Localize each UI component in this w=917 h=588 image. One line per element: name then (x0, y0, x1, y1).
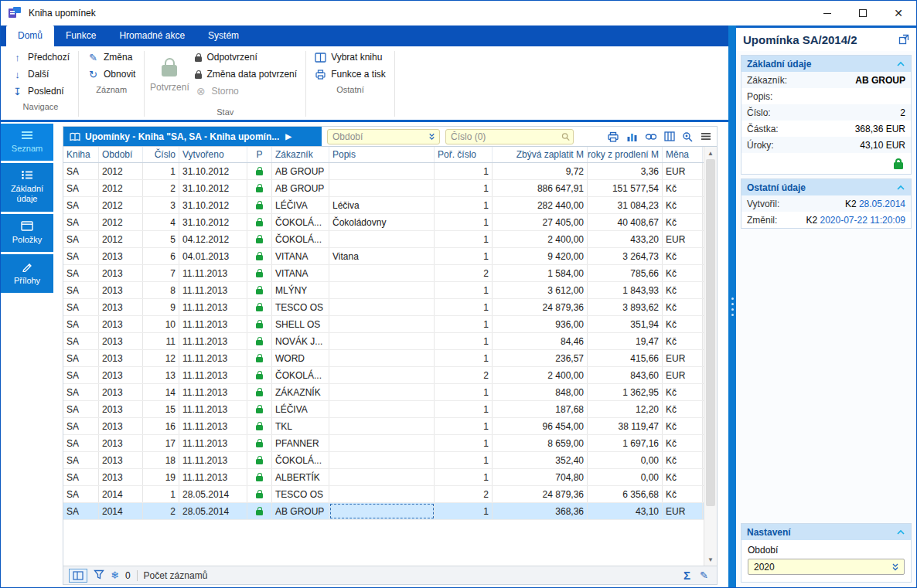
table-cell[interactable]: 2013 (99, 265, 143, 281)
table-cell[interactable]: 704,80 (493, 469, 588, 485)
table-cell[interactable]: SA (63, 248, 99, 264)
close-button[interactable]: ✕ (881, 1, 916, 25)
table-cell[interactable]: 11.11.2013 (179, 299, 247, 315)
table-cell[interactable] (247, 350, 272, 366)
table-cell[interactable]: WORD (272, 350, 329, 366)
table-cell[interactable]: Kč (663, 299, 703, 315)
table-cell[interactable]: 18 (143, 452, 179, 468)
column-header[interactable]: Číslo (143, 147, 179, 162)
table-cell[interactable] (329, 469, 435, 485)
table-cell[interactable]: SA (63, 180, 99, 196)
table-cell[interactable]: 1 (435, 503, 493, 519)
table-cell[interactable] (329, 418, 435, 434)
table-row[interactable]: SA2013604.01.2013VITANAVitana19 420,003 … (63, 248, 717, 265)
table-cell[interactable]: 11.11.2013 (179, 435, 247, 451)
table-cell[interactable] (247, 333, 272, 349)
table-cell[interactable]: Kč (663, 180, 703, 196)
table-cell[interactable]: 12 (143, 350, 179, 366)
scroll-track[interactable] (704, 159, 717, 553)
table-cell[interactable]: 1 843,93 (588, 282, 663, 298)
table-cell[interactable] (329, 163, 435, 179)
sum-icon[interactable]: Σ (683, 569, 690, 582)
chevron-up-icon[interactable] (896, 529, 905, 535)
column-header[interactable]: Popis (329, 147, 435, 162)
table-cell[interactable]: Kč (663, 265, 703, 281)
table-cell[interactable]: Kč (663, 333, 703, 349)
table-cell[interactable]: 1 (435, 299, 493, 315)
table-cell[interactable]: 1 (435, 384, 493, 400)
table-cell[interactable] (247, 265, 272, 281)
table-cell[interactable]: 2 (143, 503, 179, 519)
table-cell[interactable] (247, 316, 272, 332)
table-cell[interactable]: 9,72 (493, 163, 588, 179)
table-cell[interactable]: 27 405,00 (493, 214, 588, 230)
table-cell[interactable]: 433,20 (588, 231, 663, 247)
table-row[interactable]: SA20131511.11.2013LÉČIVA1187,6812,20Kč (63, 401, 717, 418)
table-cell[interactable]: 24 879,36 (493, 299, 588, 315)
table-cell[interactable]: 8 659,00 (493, 435, 588, 451)
table-cell[interactable] (247, 435, 272, 451)
table-cell[interactable] (329, 282, 435, 298)
table-row[interactable]: SA2014228.05.2014AB GROUP1368,3643,10EUR (63, 503, 717, 520)
table-cell[interactable] (247, 163, 272, 179)
table-cell[interactable]: 2012 (99, 180, 143, 196)
change-confirm-date-button[interactable]: Změna data potvrzení (190, 66, 302, 83)
table-row[interactable]: SA2012431.10.2012ČOKOLÁ...Čokoládovny127… (63, 214, 717, 231)
search-icon[interactable] (561, 132, 570, 141)
scroll-thumb[interactable] (706, 159, 715, 506)
table-cell[interactable]: 04.01.2013 (179, 248, 247, 264)
table-cell[interactable] (329, 180, 435, 196)
table-cell[interactable]: Kč (663, 452, 703, 468)
table-cell[interactable] (329, 316, 435, 332)
table-cell[interactable]: 282 440,00 (493, 197, 588, 213)
table-cell[interactable]: 2012 (99, 163, 143, 179)
section-header-zakladni[interactable]: Základní údaje (741, 56, 911, 72)
sidebar-item-seznam[interactable]: Seznam (1, 124, 53, 161)
table-row[interactable]: SA20131711.11.2013PFANNER18 659,001 697,… (63, 435, 717, 452)
table-cell[interactable]: 1 584,00 (493, 265, 588, 281)
table-cell[interactable]: 848,00 (493, 384, 588, 400)
section-header-nastaveni[interactable]: Nastavení (741, 524, 911, 540)
table-cell[interactable]: ČOKOLÁ... (272, 452, 329, 468)
table-cell[interactable]: Kč (663, 401, 703, 417)
table-cell[interactable]: SHELL OS (272, 316, 329, 332)
table-cell[interactable] (247, 248, 272, 264)
table-cell[interactable]: SA (63, 384, 99, 400)
table-cell[interactable]: Kč (663, 469, 703, 485)
table-cell[interactable]: 2013 (99, 350, 143, 366)
scroll-up-icon[interactable]: ▲ (704, 147, 717, 159)
table-cell[interactable]: 352,40 (493, 452, 588, 468)
table-cell[interactable]: 96 454,00 (493, 418, 588, 434)
table-cell[interactable]: 2013 (99, 316, 143, 332)
table-cell[interactable]: AB GROUP (272, 163, 329, 179)
table-cell[interactable]: EUR (663, 367, 703, 383)
table-row[interactable]: SA2012504.12.2012ČOKOLÁ...12 400,00433,2… (63, 231, 717, 248)
table-cell[interactable]: 1 (143, 163, 179, 179)
table-cell[interactable]: 31.10.2012 (179, 214, 247, 230)
table-cell[interactable] (247, 282, 272, 298)
column-header[interactable]: Poř. číslo (435, 147, 493, 162)
sidebar-item-polozky[interactable]: Položky (1, 214, 53, 252)
table-row[interactable]: SA20131011.11.2013SHELL OS1936,00351,94K… (63, 316, 717, 333)
table-cell[interactable]: SA (63, 231, 99, 247)
section-header-ostatni[interactable]: Ostatní údaje (741, 179, 911, 195)
links-icon[interactable] (645, 132, 657, 141)
book-title-button[interactable]: Upomínky - Kniha "SA, SA - Kniha upomín.… (63, 127, 322, 146)
double-chevron-down-icon[interactable] (428, 132, 436, 141)
last-button[interactable]: ↧ Poslední (7, 83, 74, 100)
table-row[interactable]: SA2012131.10.2012AB GROUP19,723,36EUR (63, 163, 717, 180)
table-cell[interactable]: 11.11.2013 (179, 350, 247, 366)
table-cell[interactable]: 8 (143, 282, 179, 298)
table-row[interactable]: SA2014128.05.2014TESCO OS224 879,366 356… (63, 486, 717, 503)
table-row[interactable]: SA2013911.11.2013TESCO OS124 879,363 893… (63, 299, 717, 316)
table-cell[interactable]: SA (63, 333, 99, 349)
table-cell[interactable]: 11.11.2013 (179, 367, 247, 383)
table-cell[interactable] (329, 435, 435, 451)
table-cell[interactable]: 415,66 (588, 350, 663, 366)
table-cell[interactable]: 2013 (99, 367, 143, 383)
table-cell[interactable]: EUR (663, 231, 703, 247)
table-cell[interactable]: ZÁKAZNÍK (272, 384, 329, 400)
table-cell[interactable]: SA (63, 197, 99, 213)
table-row[interactable]: SA2013711.11.2013VITANA21 584,00785,66Kč (63, 265, 717, 282)
table-cell[interactable]: AB GROUP (272, 503, 329, 519)
